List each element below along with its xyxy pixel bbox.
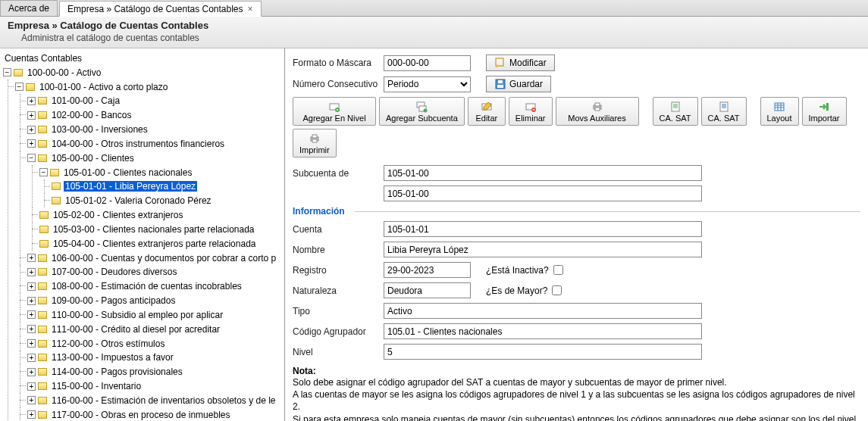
tree-node[interactable]: 113-00-00 - Impuestos a favor	[50, 352, 175, 363]
naturaleza-input[interactable]	[384, 282, 471, 298]
plus-icon[interactable]: +	[27, 310, 36, 319]
tree-node[interactable]: 108-00-00 - Estimación de cuentas incobr…	[50, 281, 243, 292]
tree-node[interactable]: 105-03-00 - Clientes nacionales parte re…	[52, 224, 256, 235]
page-subtitle: Administra el catálogo de cuentas contab…	[21, 33, 860, 43]
tree-node[interactable]: 105-01-00 - Clientes nacionales	[62, 167, 193, 178]
tree-panel: Cuentas Contables −100-00-00 - Activo −1…	[0, 48, 285, 421]
nivel-input[interactable]	[384, 344, 702, 360]
mayor-checkbox[interactable]	[552, 285, 562, 295]
document-icon	[669, 101, 682, 113]
tree-node[interactable]: 105-00-00 - Clientes	[50, 153, 136, 164]
nombre-label: Nombre	[293, 245, 384, 255]
svg-rect-13	[595, 103, 600, 106]
folder-icon	[38, 111, 47, 119]
registro-input[interactable]	[384, 262, 471, 278]
plus-icon[interactable]: +	[27, 282, 36, 291]
tree-node[interactable]: 115-00-00 - Inventario	[50, 381, 143, 391]
svg-rect-14	[595, 108, 600, 111]
tree-node[interactable]: 100-00-00 - Activo	[26, 67, 102, 78]
svg-rect-18	[826, 103, 829, 111]
agregar-subcuenta-button[interactable]: Agregar Subcuenta	[379, 97, 465, 126]
tree-node[interactable]: 105-04-00 - Clientes extranjeros parte r…	[52, 239, 258, 249]
plus-icon[interactable]: +	[27, 410, 36, 419]
plus-icon[interactable]: +	[27, 254, 36, 262]
tree-node[interactable]: 116-00-00 - Estimación de inventarios ob…	[50, 395, 277, 406]
registro-label: Registro	[293, 265, 384, 276]
movs-auxiliares-button[interactable]: Movs Auxiliares	[556, 97, 639, 126]
tree-node-selected[interactable]: 105-01-01 - Libia Pereyra López	[64, 181, 197, 192]
svg-rect-3	[497, 85, 503, 88]
minus-icon[interactable]: −	[3, 68, 11, 76]
tree-node[interactable]: 107-00-00 - Deudores diversos	[50, 267, 178, 277]
subcuenta-input-b[interactable]	[384, 186, 702, 201]
plus-icon[interactable]: +	[27, 354, 36, 362]
tree-node[interactable]: 105-01-02 - Valeria Coronado Pérez	[64, 195, 213, 206]
table-icon	[773, 101, 785, 113]
detail-panel: Formato o Máscara Modificar Número Conse…	[285, 48, 868, 421]
plus-icon[interactable]: +	[27, 97, 36, 105]
formato-input[interactable]	[384, 55, 471, 71]
close-icon[interactable]: ×	[248, 4, 253, 14]
agregar-nivel-button[interactable]: Agregar En Nivel	[293, 97, 376, 126]
tree-node[interactable]: 101-00-00 - Caja	[50, 95, 121, 106]
tipo-input[interactable]	[384, 303, 702, 319]
tree-node[interactable]: 102-00-00 - Bancos	[50, 110, 133, 120]
naturaleza-label: Naturaleza	[293, 285, 384, 296]
tree-node[interactable]: 111-00-00 - Crédito al diesel por acredi…	[50, 324, 221, 335]
tree-node[interactable]: 117-00-00 - Obras en proceso de inmueble…	[50, 410, 231, 420]
plus-icon[interactable]: +	[27, 268, 36, 276]
minus-icon[interactable]: −	[27, 154, 36, 162]
editar-button[interactable]: Editar	[468, 97, 506, 126]
tree-node[interactable]: 105-02-00 - Clientes extranjeros	[52, 210, 184, 220]
tree-node[interactable]: 103-00-00 - Inversiones	[50, 124, 149, 135]
mayor-field: ¿Es de Mayor?	[486, 285, 562, 296]
inactiva-checkbox[interactable]	[553, 265, 563, 275]
eliminar-button[interactable]: Eliminar	[509, 97, 553, 126]
plus-icon[interactable]: +	[27, 325, 36, 333]
note-title: Nota:	[293, 366, 860, 376]
plus-icon[interactable]: +	[27, 139, 36, 148]
tab-catalogo[interactable]: Empresa » Catálogo de Cuentas Contables …	[59, 1, 262, 17]
section-informacion: Información	[293, 206, 860, 217]
tree-node[interactable]: 112-00-00 - Otros estímulos	[50, 338, 166, 349]
tree-node[interactable]: 100-01-00 - Activo a corto plazo	[38, 82, 169, 92]
tab-about[interactable]: Acerca de	[0, 0, 58, 16]
agrupador-input[interactable]	[384, 323, 702, 339]
folder-icon	[38, 382, 47, 390]
plus-icon[interactable]: +	[27, 339, 36, 348]
plus-icon[interactable]: +	[27, 368, 36, 376]
guardar-button[interactable]: Guardar	[486, 76, 551, 92]
plus-icon[interactable]: +	[27, 396, 36, 404]
casat1-button[interactable]: CA. SAT	[653, 97, 698, 126]
plus-icon[interactable]: +	[27, 382, 36, 391]
toolbar: Agregar En Nivel Agregar Subcuenta Edita…	[293, 97, 860, 157]
nombre-input[interactable]	[384, 242, 702, 257]
imprimir-button[interactable]: Imprimir	[293, 129, 337, 157]
plus-icon[interactable]: +	[27, 126, 36, 134]
casat2-button[interactable]: CA. SAT	[701, 97, 747, 126]
consecutivo-select[interactable]: Periodo	[384, 76, 471, 92]
modificar-button[interactable]: Modificar	[486, 55, 555, 71]
consecutivo-label: Número Consecutivo	[293, 79, 384, 89]
tree-node[interactable]: 114-00-00 - Pagos provisionales	[50, 366, 184, 377]
svg-point-8	[424, 108, 428, 112]
folder-icon	[39, 226, 49, 233]
cuenta-input[interactable]	[384, 221, 702, 237]
tree-node[interactable]: 106-00-00 - Cuentas y documentos por cob…	[50, 253, 277, 264]
folder-icon	[52, 182, 61, 190]
layout-button[interactable]: Layout	[760, 97, 799, 126]
tree-node[interactable]: 104-00-00 - Otros instrumentos financier…	[50, 139, 226, 149]
minus-icon[interactable]: −	[15, 83, 24, 91]
svg-rect-16	[720, 102, 728, 111]
folder-icon	[38, 140, 47, 148]
import-icon	[818, 101, 830, 113]
tree-node[interactable]: 110-00-00 - Subsidio al empleo por aplic…	[50, 310, 224, 320]
plus-icon[interactable]: +	[27, 111, 36, 120]
folder-icon	[38, 340, 47, 348]
importar-button[interactable]: Importar	[802, 97, 847, 126]
plus-icon[interactable]: +	[27, 297, 36, 305]
minus-icon[interactable]: −	[39, 168, 48, 176]
subcuenta-input-a[interactable]	[384, 165, 702, 181]
note-body: Solo debe asignar el código agrupador de…	[293, 376, 860, 421]
tree-node[interactable]: 109-00-00 - Pagos anticipados	[50, 295, 177, 306]
